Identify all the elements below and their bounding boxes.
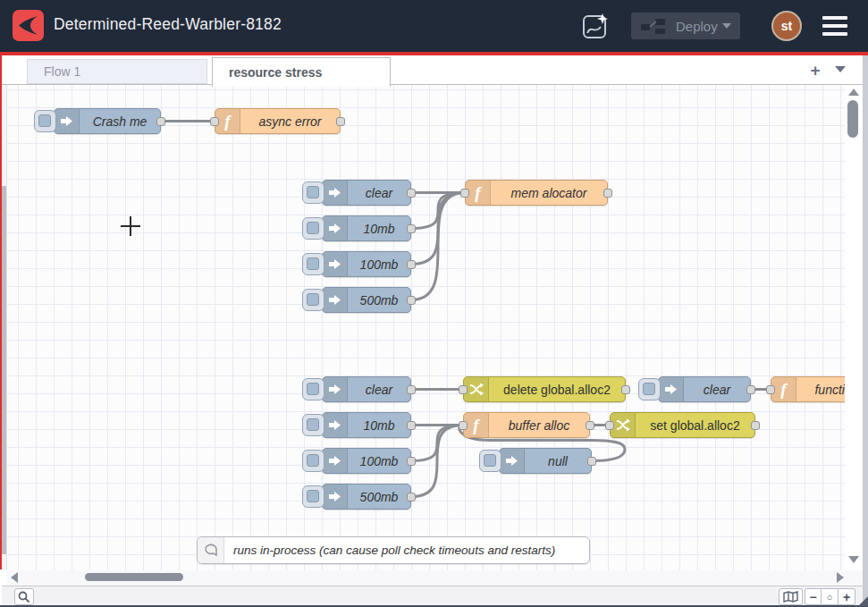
add-flow-button[interactable]: + xyxy=(805,61,826,80)
change-node-delete-global[interactable]: delete global.alloc2 xyxy=(463,376,626,402)
zoom-reset-button[interactable]: ○ xyxy=(822,588,839,605)
node-icon-box xyxy=(323,413,348,437)
node-icon-box xyxy=(659,377,684,401)
node-red-editor: Determined-Reed-Warbler-8182 Deploy st xyxy=(0,0,868,607)
inject-button[interactable] xyxy=(638,378,661,400)
output-port[interactable] xyxy=(407,493,416,502)
output-port[interactable] xyxy=(407,260,416,269)
inject-button[interactable] xyxy=(302,450,324,472)
ai-assistant-icon[interactable] xyxy=(581,12,611,41)
output-port[interactable] xyxy=(156,117,165,126)
function-node-buffer-alloc[interactable]: fbuffer alloc xyxy=(463,412,590,438)
node-label: 100mb xyxy=(348,252,410,276)
scroll-up-icon[interactable] xyxy=(848,89,859,96)
zoom-in-button[interactable]: + xyxy=(839,588,855,605)
flow-canvas[interactable]: Crash mefasync errorclear10mb100mb500mbf… xyxy=(7,85,845,570)
input-port[interactable] xyxy=(459,421,468,430)
input-port[interactable] xyxy=(605,421,614,430)
input-port[interactable] xyxy=(459,385,468,394)
inject-node-c-500mb[interactable]: 500mb xyxy=(322,484,411,510)
inject-button[interactable] xyxy=(302,253,324,275)
inject-node-b-clear[interactable]: clear xyxy=(322,180,411,206)
vertical-scroll-thumb[interactable] xyxy=(847,100,858,138)
inject-node-c-100mb[interactable]: 100mb xyxy=(322,448,411,474)
inject-button[interactable] xyxy=(302,217,324,240)
change-node-set-global[interactable]: set global.alloc2 xyxy=(610,412,755,438)
palette-rail-thumb[interactable] xyxy=(2,186,6,554)
output-port[interactable] xyxy=(336,117,345,126)
inject-node-b-100mb[interactable]: 100mb xyxy=(322,251,411,277)
deploy-node-icon xyxy=(640,17,667,35)
inject-node-r-clear[interactable]: clear xyxy=(658,376,751,402)
node-icon-box xyxy=(323,288,348,312)
inject-button[interactable] xyxy=(302,289,324,311)
node-label: delete global.alloc2 xyxy=(489,377,625,401)
output-port[interactable] xyxy=(407,421,416,430)
input-port[interactable] xyxy=(210,117,219,126)
output-port[interactable] xyxy=(407,189,416,198)
inject-node-b-500mb[interactable]: 500mb xyxy=(322,287,411,313)
user-avatar[interactable]: st xyxy=(771,11,802,41)
scroll-right-icon[interactable] xyxy=(837,572,844,583)
navigator-button[interactable] xyxy=(779,588,803,605)
function-icon: f xyxy=(473,416,478,435)
main-menu-icon[interactable] xyxy=(822,15,847,37)
inject-node-null-inject[interactable]: null xyxy=(499,448,592,474)
function-node-mem-alocator[interactable]: fmem alocator xyxy=(465,180,608,206)
node-icon-box xyxy=(500,449,525,473)
input-port[interactable] xyxy=(766,385,775,394)
tab-flow-1[interactable]: Flow 1 xyxy=(27,59,207,84)
search-button[interactable] xyxy=(14,588,34,605)
inject-node-c-10mb[interactable]: 10mb xyxy=(322,412,411,438)
flow-list-caret-icon[interactable] xyxy=(835,66,846,72)
inject-button[interactable] xyxy=(302,378,324,400)
output-port[interactable] xyxy=(407,385,416,394)
scroll-down-icon[interactable] xyxy=(848,556,859,563)
output-port[interactable] xyxy=(407,296,416,305)
node-label: mem alocator xyxy=(491,181,607,205)
inject-button[interactable] xyxy=(302,181,324,204)
node-icon-box xyxy=(464,377,489,401)
inject-button[interactable] xyxy=(302,485,324,508)
output-port[interactable] xyxy=(586,421,594,430)
output-port[interactable] xyxy=(751,421,760,430)
inject-arrow-icon xyxy=(327,489,343,504)
inject-button[interactable] xyxy=(479,450,501,472)
function-node-async-error[interactable]: fasync error xyxy=(215,108,341,134)
node-label: 10mb xyxy=(348,413,410,437)
function-icon: f xyxy=(224,112,230,131)
resize-grip[interactable] xyxy=(858,596,868,606)
deploy-options-caret-icon[interactable] xyxy=(722,23,731,29)
function-node-function[interactable]: ffunction xyxy=(771,376,845,402)
inject-button[interactable] xyxy=(302,414,324,436)
horizontal-scroll-thumb[interactable] xyxy=(85,573,183,581)
inject-node-b-10mb[interactable]: 10mb xyxy=(322,215,411,241)
output-port[interactable] xyxy=(407,457,416,466)
output-port[interactable] xyxy=(587,457,596,466)
inject-node-crash-me[interactable]: Crash me xyxy=(54,108,161,134)
inject-button[interactable] xyxy=(34,110,56,132)
function-icon: f xyxy=(475,183,480,203)
deploy-button[interactable]: Deploy xyxy=(631,13,740,39)
output-port[interactable] xyxy=(407,224,416,233)
output-port[interactable] xyxy=(746,385,755,394)
output-port[interactable] xyxy=(603,189,612,198)
wire-layer xyxy=(7,85,845,570)
flow-tabbar: Flow 1 resource stress + xyxy=(2,55,863,85)
output-port[interactable] xyxy=(621,385,630,394)
node-label: clear xyxy=(684,377,750,401)
vertical-scrollbar[interactable] xyxy=(845,85,863,570)
instance-title: Determined-Reed-Warbler-8182 xyxy=(54,15,282,34)
flowfuse-logo-icon[interactable] xyxy=(13,10,44,41)
scroll-left-icon[interactable] xyxy=(11,572,18,583)
zoom-out-button[interactable]: − xyxy=(805,588,822,605)
horizontal-scrollbar[interactable] xyxy=(7,570,863,586)
comment-node[interactable]: runs in-process (can cause poll check ti… xyxy=(197,536,590,564)
node-label: clear xyxy=(348,181,410,205)
input-port[interactable] xyxy=(460,189,469,198)
node-label: 10mb xyxy=(348,216,410,240)
inject-node-c-clear[interactable]: clear xyxy=(322,376,411,402)
deploy-label: Deploy xyxy=(676,19,718,34)
node-label: function xyxy=(796,377,845,401)
tab-resource-stress[interactable]: resource stress xyxy=(212,57,391,87)
